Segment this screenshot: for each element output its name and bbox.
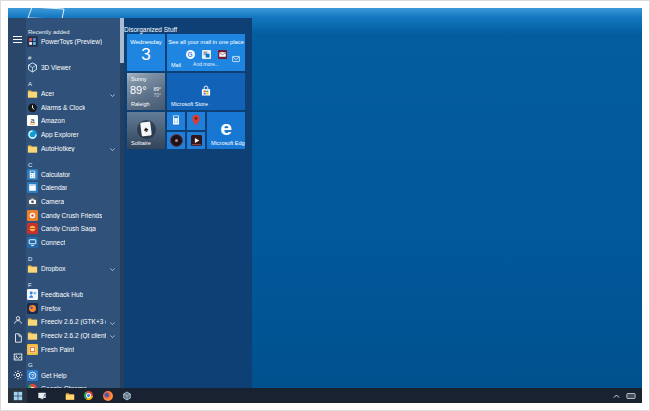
app-label: Firefox — [41, 305, 61, 312]
app-list-letter-A[interactable]: A — [26, 74, 120, 87]
mail-envelope-icon — [232, 49, 240, 67]
app-label: Alarms & Clock — [41, 104, 85, 111]
app-icon — [27, 344, 38, 355]
app-icon — [27, 223, 38, 234]
app-list-item-freeciv-2-6-2-qt-client-[interactable]: Freeciv 2.6.2 (Qt client) — [26, 329, 120, 343]
user-icon — [13, 311, 23, 329]
weather-temp: 89° — [130, 84, 147, 96]
app-icon — [27, 182, 38, 193]
app-label: PowerToys (Preview) — [41, 38, 102, 45]
tile-calendar[interactable]: Wednesday 3 — [127, 34, 165, 71]
app-list-item-fresh-paint[interactable]: Fresh Paint — [26, 342, 120, 356]
svg-text:?: ? — [31, 372, 34, 378]
app-icon — [27, 102, 38, 113]
app-list-item-acer[interactable]: Acer — [26, 87, 120, 101]
foxball-icon — [103, 391, 113, 401]
app-list-item-freeciv-2-6-2-gtk-3-client-[interactable]: Freeciv 2.6.2 (GTK+3 client) — [26, 315, 120, 329]
app-icon: a — [27, 115, 38, 126]
movies-icon — [191, 135, 202, 146]
tile-store[interactable]: Microsoft Store — [167, 73, 245, 110]
app-list-item-dropbox[interactable]: Dropbox — [26, 262, 120, 276]
winlogo-icon — [13, 387, 23, 404]
app-icon — [27, 196, 38, 207]
picture-icon — [13, 348, 23, 366]
gear-icon — [13, 366, 23, 384]
tile-camera[interactable] — [167, 132, 185, 150]
google-mail-icon: G — [186, 50, 195, 59]
tile-label: Solitaire — [131, 140, 151, 146]
app-list-item-alarms-clock[interactable]: Alarms & Clock — [26, 101, 120, 115]
user-account-button[interactable] — [12, 314, 23, 325]
app-icon: ? — [27, 370, 38, 381]
pictures-button[interactable] — [12, 351, 23, 362]
app-label: Get Help — [41, 372, 67, 379]
app-list-letter-#[interactable]: # — [26, 48, 120, 61]
start-button[interactable] — [8, 388, 27, 403]
app-icon — [27, 88, 38, 99]
weather-high-low: 89° 70° — [153, 86, 161, 98]
tile-movies[interactable] — [187, 132, 205, 150]
firefox[interactable] — [98, 388, 117, 403]
app-list-letter-G[interactable]: G — [26, 356, 120, 369]
menu-button[interactable] — [12, 34, 23, 45]
chevron-down-icon — [109, 139, 116, 157]
app-label: Camera — [41, 198, 64, 205]
monitor-icon — [37, 387, 47, 404]
chromeball-icon — [84, 391, 93, 400]
tile-group-title[interactable]: Disorganized Stuff — [124, 26, 177, 33]
app-icon — [27, 330, 38, 341]
tile-edge[interactable]: e Microsoft Edge — [207, 112, 245, 149]
tray-app[interactable] — [626, 387, 636, 404]
app-label: AutoHotkey — [41, 145, 75, 152]
app-list-item-candy-crush-friends[interactable]: Candy Crush Friends — [26, 208, 120, 222]
documents-button[interactable] — [12, 333, 23, 344]
app-list-item-calculator[interactable]: Calculator — [26, 168, 120, 182]
app-list-letter-D[interactable]: D — [26, 249, 120, 262]
calculator-icon — [170, 112, 182, 130]
tile-label: Microsoft Edge — [211, 140, 245, 146]
start-menu: Recently added PowerToys (Preview) # 3D … — [8, 18, 252, 388]
app-list-item-amazon[interactable]: a Amazon — [26, 114, 120, 128]
app-list-section-header[interactable]: Recently added — [26, 22, 120, 35]
tile-calculator[interactable] — [167, 112, 185, 130]
store-bag-icon — [200, 83, 213, 101]
tile-maps[interactable] — [187, 112, 205, 130]
app-list-item-firefox[interactable]: Firefox — [26, 301, 120, 315]
app-list-item-autohotkey[interactable]: AutoHotkey — [26, 141, 120, 155]
3d-viewer[interactable] — [117, 388, 136, 403]
windows-desktop: Recently added PowerToys (Preview) # 3D … — [8, 8, 642, 403]
tile-weather[interactable]: Sunny 89° 89° 70° Raleigh — [127, 73, 165, 110]
app-list-item-get-help[interactable]: ? Get Help — [26, 368, 120, 382]
app-list-item-powertoys-preview-[interactable]: PowerToys (Preview) — [26, 35, 120, 49]
app-list-item-3d-viewer[interactable]: 3D Viewer — [26, 61, 120, 75]
tile-solitaire[interactable]: ♠ Solitaire — [127, 112, 165, 149]
app-list-letter-F[interactable]: F — [26, 275, 120, 288]
start-app-list: Recently added PowerToys (Preview) # 3D … — [26, 18, 120, 388]
tile-small-group[interactable] — [167, 112, 205, 149]
calendar-date: 3 — [127, 45, 165, 65]
app-list-item-feedback-hub[interactable]: Feedback Hub — [26, 288, 120, 302]
edge-logo: e — [220, 116, 232, 140]
app-icon — [27, 36, 38, 47]
app-list-letter-C[interactable]: C — [26, 155, 120, 168]
app-label: Freeciv 2.6.2 (Qt client) — [41, 332, 106, 339]
tile-mail[interactable]: See all your mail in one place G And mor… — [167, 34, 245, 71]
show-hidden-icons[interactable] — [612, 387, 621, 404]
camera-icon — [170, 134, 183, 147]
app-icon — [27, 237, 38, 248]
chevron-down-icon — [109, 326, 116, 344]
app-list-item-candy-crush-saga[interactable]: Candy Crush Saga — [26, 222, 120, 236]
pinned-app[interactable] — [32, 388, 51, 403]
app-list-item-app-explorer[interactable]: App Explorer — [26, 128, 120, 142]
app-label: App Explorer — [41, 131, 79, 138]
settings-button[interactable] — [12, 370, 23, 381]
app-list-item-camera[interactable]: Camera — [26, 195, 120, 209]
app-label: Fresh Paint — [41, 346, 74, 353]
app-list-item-connect[interactable]: Connect — [26, 236, 120, 250]
app-list-item-calendar[interactable]: Calendar — [26, 181, 120, 195]
app-icon — [27, 263, 38, 274]
google-chrome[interactable] — [79, 388, 98, 403]
file-explorer[interactable] — [60, 388, 79, 403]
app-icon — [27, 289, 38, 300]
app-label: Feedback Hub — [41, 291, 83, 298]
